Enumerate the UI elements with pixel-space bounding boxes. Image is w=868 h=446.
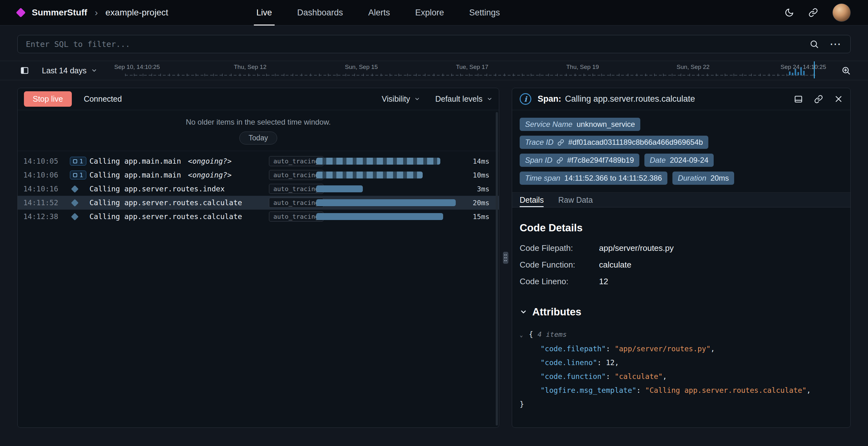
row-tag: auto_tracing [269, 212, 323, 222]
badge-row: Span ID#f7c8e294f7489b19Date2024-09-24 [520, 154, 843, 167]
span-detail-panel: i Span:Calling app.server.routes.calcula… [512, 88, 851, 428]
chevron-down-icon [487, 96, 493, 102]
json-attribute-line: "code.filepath": "app/server/routes.py", [520, 342, 843, 356]
code-detail-label: Code Function: [520, 260, 599, 270]
close-detail-button[interactable] [834, 95, 843, 103]
span-diamond-icon [71, 185, 79, 193]
visibility-dropdown[interactable]: Visibility [382, 94, 420, 103]
timeline-tick-label: Sun, Sep 15 [345, 64, 378, 70]
badge-label: Span ID [525, 156, 552, 165]
left-panel-scrollbar[interactable] [496, 112, 498, 425]
log-row[interactable]: 14:10:061Calling app.main.main<ongoing?>… [18, 168, 499, 182]
row-duration-label: 14ms [457, 157, 490, 165]
row-duration-bar [316, 199, 456, 206]
row-message: Calling app.server.routes.calculate [89, 199, 269, 207]
nav-tab-dashboards[interactable]: Dashboards [285, 0, 356, 26]
layout-toggle-button[interactable] [794, 95, 803, 103]
span-diamond-icon [71, 213, 79, 220]
log-row[interactable]: 14:10:051Calling app.main.main<ongoing?>… [18, 154, 499, 168]
row-icon-cell: 1 [70, 157, 89, 165]
row-message: Calling app.server.routes.calculate [89, 213, 269, 221]
row-timestamp: 14:10:16 [23, 185, 70, 193]
timeline-chart[interactable]: Sep 10, 14:10:25Thu, Sep 12Sun, Sep 15Tu… [114, 61, 826, 80]
badge-label: Duration [678, 174, 707, 183]
filter-row: Enter SQL to filter... ⋯ [17, 35, 851, 53]
brand[interactable]: SummerStuff [17, 7, 87, 18]
span-badge-span-id[interactable]: Span ID#f7c8e294f7489b19 [520, 154, 639, 167]
json-open-line[interactable]: ⌄{4 items [520, 327, 843, 342]
collapsed-children-badge[interactable]: 1 [70, 157, 86, 165]
row-duration-label: 20ms [457, 199, 490, 207]
log-row[interactable]: 14:12:38Calling app.server.routes.calcul… [18, 210, 499, 223]
row-duration-label: 3ms [457, 185, 490, 193]
row-message: Calling app.main.main<ongoing?> [89, 157, 269, 165]
row-tag: auto_tracing [269, 156, 323, 166]
span-badge-time-span: Time span14:11:52.366 to 14:11:52.386 [520, 171, 668, 185]
detail-title-message: Calling app.server.routes.calculate [565, 94, 695, 103]
badge-row: Trace ID#df01acad0311189c8b66a466d969654… [520, 136, 843, 149]
row-duration-bar [316, 158, 440, 165]
today-button[interactable]: Today [239, 132, 277, 145]
row-message: Calling app.main.main<ongoing?> [89, 171, 269, 179]
square-icon [73, 173, 77, 177]
sql-filter-input[interactable]: Enter SQL to filter... ⋯ [17, 35, 851, 53]
json-value: "Calling app.server.routes.calculate" [645, 386, 806, 394]
row-duration-bar-track [316, 171, 457, 179]
org-name[interactable]: SummerStuff [32, 7, 87, 18]
timeline-activity-bar [800, 67, 802, 75]
copy-span-link-button[interactable] [814, 95, 823, 103]
search-button[interactable] [809, 39, 819, 49]
breadcrumb-separator: › [95, 7, 98, 18]
detail-tab-raw-data[interactable]: Raw Data [558, 193, 593, 207]
panel-resize-handle[interactable] [503, 252, 508, 264]
panel-resize-divider[interactable] [499, 88, 512, 428]
log-row[interactable]: 14:10:16Calling app.server.routes.indexa… [18, 182, 499, 196]
nav-tab-alerts[interactable]: Alerts [355, 0, 403, 26]
chevron-down-icon [414, 96, 420, 102]
detail-title-prefix: Span: [538, 94, 561, 103]
theme-toggle-button[interactable] [784, 8, 794, 17]
sidebar-toggle-button[interactable] [17, 63, 32, 78]
row-duration-label: 15ms [457, 213, 490, 221]
timeline-tick-label: Thu, Sep 19 [566, 64, 599, 70]
empty-window-notice: No older items in the selected time wind… [18, 110, 499, 151]
timeline-dashed-line [125, 75, 815, 75]
more-options-button[interactable]: ⋯ [830, 38, 842, 50]
row-timestamp: 14:10:05 [23, 157, 70, 165]
span-badge-service-name: Service Nameunknown_service [520, 118, 640, 131]
time-range-dropdown[interactable]: Last 14 days [42, 66, 97, 75]
row-ongoing-suffix: <ongoing?> [188, 157, 231, 165]
share-link-button[interactable] [808, 8, 818, 17]
json-key: "code.filepath" [540, 345, 606, 353]
timeline-activity-bar [803, 71, 805, 75]
span-badge-trace-id[interactable]: Trace ID#df01acad0311189c8b66a466d969654… [520, 136, 708, 149]
span-badges: Service Nameunknown_serviceTrace ID#df01… [512, 110, 850, 187]
row-tag: auto_tracing [269, 198, 323, 208]
badge-row: Time span14:11:52.366 to 14:11:52.386Dur… [520, 171, 843, 185]
project-name[interactable]: example-project [105, 7, 168, 18]
row-icon-cell: 1 [70, 170, 89, 180]
live-header-controls: Visibility Default levels [382, 94, 493, 103]
code-detail-label: Code Lineno: [520, 277, 599, 286]
detail-tab-details[interactable]: Details [520, 193, 544, 207]
app-root: SummerStuff › example-project LiveDashbo… [0, 0, 868, 428]
collapsed-children-badge[interactable]: 1 [70, 170, 86, 180]
top-nav: SummerStuff › example-project LiveDashbo… [0, 0, 868, 26]
user-avatar[interactable] [832, 3, 851, 22]
badge-label: Date [650, 156, 666, 165]
timeline-current-spike [814, 61, 815, 78]
json-close-line: } [520, 397, 843, 411]
log-row[interactable]: 14:11:52Calling app.server.routes.calcul… [18, 196, 499, 210]
attributes-section-toggle[interactable]: Attributes [520, 306, 843, 318]
badge-value: 2024-09-24 [670, 156, 709, 165]
nav-tab-live[interactable]: Live [244, 0, 285, 26]
timeline-activity-bar [792, 73, 793, 75]
nav-tab-explore[interactable]: Explore [403, 0, 457, 26]
stop-live-button[interactable]: Stop live [24, 91, 72, 107]
row-duration-bar-track [316, 199, 457, 206]
zoom-in-button[interactable] [841, 66, 851, 75]
nav-tab-settings[interactable]: Settings [457, 0, 513, 26]
timeline-activity-bar [789, 71, 790, 75]
default-levels-dropdown[interactable]: Default levels [435, 94, 493, 103]
link-icon [808, 8, 818, 17]
